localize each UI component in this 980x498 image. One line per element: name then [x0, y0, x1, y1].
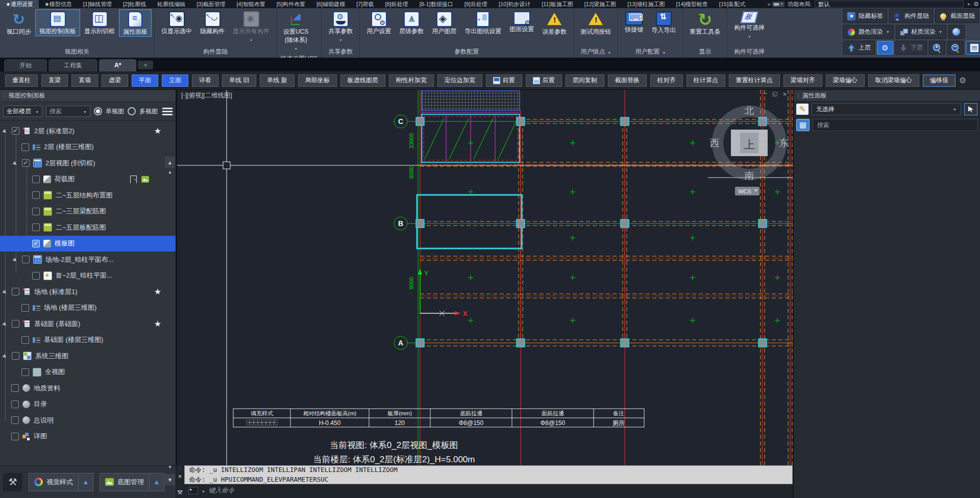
menu-item[interactable]: ★通用设置 [0, 0, 39, 8]
tree-item[interactable]: 场地 (标准层1) [0, 284, 176, 300]
ribbon-button[interactable]: 视口同步 [3, 9, 35, 37]
ribbon-button[interactable]: 图面设置 [505, 9, 538, 34]
layer-nav-button[interactable] [966, 41, 980, 55]
expander-icon[interactable] [2, 289, 8, 295]
favorite-star-icon[interactable] [154, 287, 161, 296]
toolbar-button[interactable]: 层间复制 [566, 74, 604, 87]
menu-item[interactable]: [4]智能布置 [231, 0, 271, 8]
toolbar-button[interactable]: 梁墙对齐 [783, 74, 822, 87]
ribbon-button[interactable]: 隐藏构件 [196, 9, 229, 36]
add-tab-button[interactable]: + [138, 61, 153, 69]
toolbar-button[interactable]: 平面 [132, 74, 158, 87]
expander-icon[interactable] [2, 128, 8, 134]
layer-nav-button[interactable]: 下层 [895, 41, 927, 55]
menu-item[interactable]: 轮廓线编辑 [152, 0, 191, 8]
scroll-down-small-icon[interactable]: ▼ [165, 465, 175, 469]
panel-dock-toggle-icon[interactable] [772, 2, 785, 7]
floor-filter-dropdown[interactable]: 全部楼层 [3, 106, 42, 117]
ribbon-button[interactable]: 重置工具条 [685, 9, 724, 37]
base-map-button[interactable]: 底图管理 ▲ [100, 473, 164, 491]
visibility-checkbox[interactable] [22, 159, 30, 167]
expander-icon[interactable] [12, 257, 18, 263]
visibility-checkbox[interactable] [11, 433, 19, 440]
ribbon-button[interactable]: 用户设置 [362, 9, 395, 36]
cad-viewport[interactable]: C B A 33000 8000 9000 [177, 90, 793, 465]
tree-item[interactable]: 场地 (楼层三维图) [0, 300, 176, 316]
document-tab[interactable]: 开始 [4, 59, 47, 71]
toolbar-button[interactable]: 前置 [486, 74, 522, 87]
toolbar-button[interactable]: 后置 [526, 74, 562, 87]
visibility-checkbox[interactable] [12, 288, 19, 295]
visibility-checkbox[interactable] [32, 191, 40, 199]
menu-overflow-icon[interactable]: » [768, 2, 770, 7]
visibility-checkbox[interactable] [22, 256, 30, 263]
visibility-checkbox[interactable] [21, 336, 29, 344]
toggle-button[interactable]: 构件显隐 ▼ [889, 9, 933, 23]
menu-item[interactable]: [14]模型检查 [670, 0, 713, 8]
customize-tools-icon[interactable]: ⚒ [177, 489, 183, 496]
toolbar-button[interactable]: 立面 [162, 74, 188, 87]
visibility-checkbox[interactable] [11, 384, 19, 392]
expander-icon[interactable] [12, 160, 18, 166]
visibility-checkbox[interactable] [11, 401, 19, 408]
layout-select[interactable]: 默认 [815, 1, 964, 8]
toolbar-button[interactable]: 板虚线图层 [340, 74, 385, 87]
tree-item[interactable]: 地质资料 [0, 380, 176, 396]
panel-header[interactable]: 属性面板 [794, 90, 980, 102]
visibility-checkbox[interactable] [32, 176, 40, 183]
visibility-checkbox[interactable] [21, 304, 29, 312]
visibility-checkbox[interactable] [32, 272, 40, 280]
menu-item[interactable]: [10]初步设计 [493, 0, 536, 8]
drag-grip-icon[interactable] [798, 93, 799, 98]
tree-item[interactable]: 2层 (标准层2) [0, 123, 176, 139]
tree-item[interactable]: 基础面 (基础面) [0, 316, 176, 332]
ribbon-button[interactable]: 显示剖切框 [80, 9, 119, 36]
grid-view-icon[interactable] [796, 119, 810, 131]
selection-dropdown[interactable]: 无选择 ▼ [812, 103, 961, 115]
tree-item[interactable]: 目录 [0, 396, 176, 413]
multi-view-radio[interactable] [128, 107, 136, 115]
search-dropdown[interactable]: 搜索 [46, 106, 90, 117]
ribbon-button[interactable]: 层级参数 [395, 9, 428, 36]
toolbar-button[interactable]: 取消梁墙偏心 [868, 74, 919, 87]
tree-item[interactable]: 总说明 [0, 412, 176, 429]
tree-item[interactable]: 二~五层板配筋图 [0, 219, 176, 236]
settings-gear-icon[interactable]: ⚙ [973, 1, 979, 7]
toolbar-button[interactable]: 重置柱计算点 [729, 74, 780, 87]
visibility-checkbox[interactable] [32, 223, 40, 231]
toolbar-button[interactable]: 刚性杆加宽 [389, 74, 434, 87]
render-button[interactable]: ▼ [948, 25, 965, 39]
expander-icon[interactable] [2, 321, 8, 327]
close-icon[interactable]: × [178, 473, 182, 480]
toolbar-button[interactable]: 局部坐标 [298, 74, 337, 87]
toolbar-button[interactable]: 单线 旧 [222, 74, 256, 87]
visibility-checkbox[interactable] [21, 368, 29, 376]
arrow-up-icon[interactable]: ▲ [149, 474, 164, 491]
document-tab[interactable]: A* [99, 59, 136, 71]
render-button[interactable]: 材质渲染 ▼ [896, 25, 946, 39]
layout-caret-icon[interactable]: ▼ [967, 3, 970, 6]
toolbar-button[interactable]: 截面替换 [608, 74, 647, 87]
menu-item[interactable]: [7]荷载 [351, 0, 379, 8]
tree-item[interactable]: 基础面 (楼层三维图) [0, 332, 176, 348]
tree-item[interactable]: 2层 (楼层三维图) [0, 139, 176, 156]
panel-header[interactable]: 视图控制面板 [0, 90, 176, 102]
toolbar-button[interactable]: 虚梁 [102, 74, 128, 87]
menu-item[interactable]: [5]构件布置 [271, 0, 311, 8]
tree-item[interactable]: 二~三层梁配筋图 [0, 204, 176, 220]
ribbon-button[interactable]: 快捷键 [621, 9, 647, 35]
expander-icon[interactable] [2, 353, 8, 359]
menu-item[interactable]: [11]板施工图 [536, 0, 579, 8]
restore-icon[interactable] [772, 91, 777, 97]
favorite-star-icon[interactable] [154, 319, 161, 329]
close-icon[interactable] [782, 91, 787, 97]
toolbar-button[interactable]: 梁墙偏心 [826, 74, 865, 87]
favorite-star-icon[interactable] [154, 126, 161, 136]
ribbon-button[interactable]: 构件可选择 [730, 9, 769, 41]
scroll-down-button[interactable]: ▼ [165, 474, 175, 485]
menu-item[interactable]: [1]轴线管理 [78, 0, 117, 8]
ribbon-button[interactable]: 导入导出 [647, 9, 680, 35]
scroll-up-button[interactable]: ▲ [165, 157, 175, 168]
list-menu-icon[interactable] [162, 108, 173, 115]
menu-item[interactable]: [2]轮廓线 [117, 0, 152, 8]
